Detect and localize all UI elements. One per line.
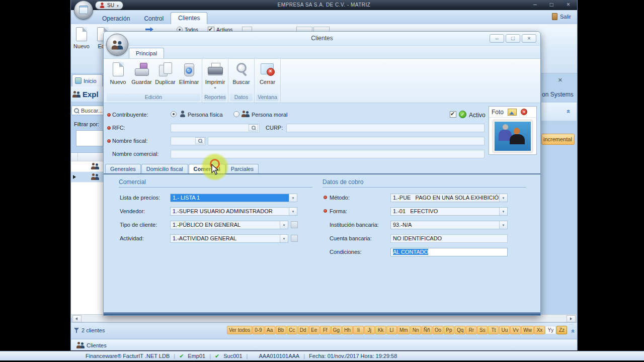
chevron-down-icon[interactable] [280, 235, 288, 242]
tab-parciales[interactable]: Parciales [226, 164, 259, 173]
ribbon-button[interactable]: Eliminar [177, 59, 201, 94]
tab-inicio[interactable]: Inicio [72, 74, 103, 86]
persona-fisica-radio[interactable] [171, 111, 177, 117]
incremental-button[interactable]: incremental [541, 134, 575, 145]
chevron-down-icon[interactable] [499, 208, 507, 215]
alphabet-filter-button[interactable]: Jj [364, 326, 375, 334]
tab-domicilio-fiscal[interactable]: Domicilio fiscal [141, 164, 188, 173]
ribbon-button[interactable]: Cerrar [256, 59, 279, 94]
menu-tab-operacion[interactable]: Operación [95, 13, 137, 24]
ribbon-button[interactable]: Imprimir [203, 59, 227, 94]
nombre-fiscal-search-button[interactable] [195, 137, 205, 144]
alphabet-filter-button[interactable]: Uu [499, 326, 510, 334]
search-input[interactable]: Buscar... [71, 106, 104, 115]
image-icon[interactable] [508, 109, 517, 116]
alphabet-filter-button[interactable]: Yy [545, 326, 556, 334]
menu-tab-control[interactable]: Control [137, 13, 171, 24]
forma-dropdown[interactable]: 1.-01 EFECTIVO [390, 207, 508, 216]
nombre-comercial-input[interactable] [171, 150, 485, 158]
table-row[interactable] [71, 161, 104, 172]
alphabet-collapse-icon[interactable] [570, 329, 577, 333]
chevron-down-icon[interactable] [499, 221, 507, 229]
alphabet-filter-button[interactable]: Ee [309, 326, 319, 334]
alphabet-filter-button[interactable]: Hh [342, 326, 353, 334]
tab-comercial[interactable]: Comercial [189, 164, 225, 173]
alphabet-filter-button[interactable]: 0-9 [253, 326, 264, 334]
dialog-maximize-button[interactable] [506, 34, 520, 43]
table-row-selected[interactable] [71, 172, 104, 183]
tab-principal[interactable]: Principal [129, 48, 164, 58]
alphabet-filter-button[interactable]: Kk [375, 326, 386, 334]
vendedor-dropdown[interactable]: 1.-SUPER USUARIO ADMINISTRADOR [170, 207, 297, 216]
chevron-down-icon[interactable] [499, 194, 507, 202]
row-indicator-icon [73, 175, 76, 179]
alphabet-filter-button[interactable]: Gg [331, 326, 342, 334]
alphabet-filter-button[interactable]: Bb [276, 326, 286, 334]
dialog-close-button[interactable] [522, 34, 536, 43]
filter-input[interactable] [76, 130, 103, 146]
condiciones-input[interactable]: AL CONTADO [390, 248, 508, 256]
rfc-input[interactable] [171, 124, 260, 132]
restore-icon[interactable]: □ [550, 0, 553, 9]
minimize-icon[interactable]: – [533, 0, 537, 9]
chevron-down-icon[interactable] [280, 221, 288, 229]
alphabet-filter-button[interactable]: Dd [298, 326, 308, 334]
institucion-dropdown[interactable]: 93.-N/A [390, 221, 508, 229]
ribbon-button[interactable]: Nuevo [106, 59, 130, 94]
persona-moral-radio[interactable] [233, 111, 239, 117]
chevron-down-icon[interactable] [289, 194, 297, 202]
alphabet-filter-button[interactable]: Tt [488, 326, 499, 334]
alphabet-filter-button[interactable]: Cc [287, 326, 297, 334]
chevron-down-icon[interactable] [289, 208, 297, 215]
alphabet-filter-button[interactable]: Pp [444, 326, 454, 334]
dialog-logo-orb[interactable] [106, 34, 128, 56]
ribbon-button[interactable]: Guardar [130, 59, 153, 94]
alphabet-filter-button[interactable]: Ll [386, 326, 397, 334]
close-icon[interactable]: × [567, 0, 570, 9]
lista-precios-dropdown[interactable]: 1.- LISTA 1 [170, 194, 297, 202]
taskbar-item-clientes[interactable]: Clientes [73, 341, 110, 349]
alphabet-filter-button[interactable]: Rr [466, 326, 476, 334]
nombre-fiscal-input[interactable] [208, 137, 485, 145]
collapse-chevron-icon[interactable] [565, 110, 573, 113]
user-menu-button[interactable]: SU [95, 1, 123, 10]
nuevo-background-button[interactable]: Nuevo [71, 27, 92, 49]
metodo-dropdown[interactable]: 1.-PUE PAGO EN UNA SOLA EXHIBICIÓN [390, 194, 508, 202]
menu-tab-clientes[interactable]: Clientes [171, 12, 207, 24]
remove-photo-icon[interactable] [521, 109, 527, 115]
alphabet-filter-button[interactable]: Aa [265, 326, 275, 334]
curp-input[interactable] [286, 124, 485, 132]
actividad-dropdown[interactable]: 1.-ACTIVIDAD GENERAL [170, 234, 288, 243]
alphabet-filter-button[interactable]: Ii [353, 326, 364, 334]
app-logo-orb[interactable] [74, 1, 93, 20]
ribbon-button-icon [208, 63, 223, 76]
scroll-left-icon[interactable] [72, 315, 82, 322]
alphabet-filter-button[interactable]: Ff [320, 326, 331, 334]
rfc-search-button[interactable] [249, 124, 258, 131]
alphabet-filter-button[interactable]: Vv [510, 326, 521, 334]
alphabet-filter-button[interactable]: Mm [397, 326, 410, 334]
dialog-titlebar[interactable]: Clientes [104, 32, 540, 46]
alphabet-filter-button[interactable]: Ññ [422, 326, 432, 334]
scroll-right-icon[interactable] [567, 315, 576, 322]
ribbon-button[interactable]: Duplicar [153, 59, 177, 94]
alphabet-filter-button[interactable]: Xx [534, 326, 545, 334]
alphabet-filter-button[interactable]: Ss [477, 326, 488, 334]
salir-button[interactable]: Salir [552, 13, 571, 20]
actividad-ellipsis-button[interactable] [291, 235, 298, 242]
alphabet-filter-button[interactable]: Qq [455, 326, 465, 334]
activo-checkbox[interactable] [450, 111, 456, 118]
ribbon-button[interactable]: Buscar [229, 59, 253, 94]
dialog-minimize-button[interactable] [490, 34, 504, 43]
clients-grid[interactable] [71, 152, 104, 318]
tipo-cliente-dropdown[interactable]: 1.-PÚBLICO EN GENERAL [170, 221, 288, 229]
cuenta-input[interactable]: NO IDENTIFICADO [390, 234, 508, 243]
alphabet-filter-button[interactable]: Nn [411, 326, 421, 334]
tipo-cliente-ellipsis-button[interactable] [291, 221, 298, 228]
alphabet-filter-button[interactable]: Ver todos [227, 326, 252, 334]
alphabet-filter-button[interactable]: Ww [521, 326, 534, 334]
tab-generales[interactable]: Generales [105, 164, 141, 173]
panel-close-icon[interactable] [558, 75, 562, 84]
alphabet-filter-button[interactable]: Oo [433, 326, 443, 334]
alphabet-filter-button[interactable]: Zz [556, 326, 567, 334]
